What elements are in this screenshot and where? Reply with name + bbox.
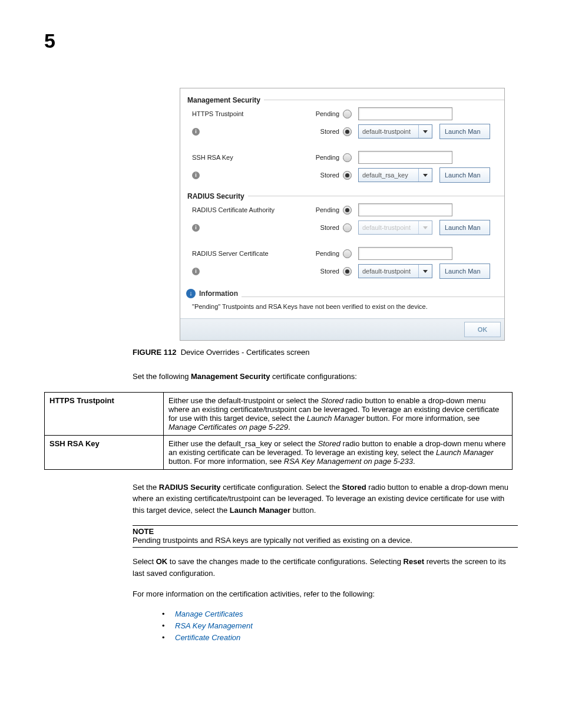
certificates-screenshot: Management Security HTTPS Trustpoint Pen… <box>180 88 505 341</box>
chevron-down-icon <box>418 265 432 278</box>
radius-ca-stored-radio[interactable] <box>343 223 352 232</box>
mgmt-security-heading: Management Security <box>180 88 260 106</box>
term-ssh-rsa-key: SSH RSA Key <box>45 435 164 469</box>
https-stored-radio[interactable] <box>343 127 352 136</box>
figure-caption: FIGURE 112 Device Overrides - Certificat… <box>133 348 518 357</box>
link-rsa-key-management[interactable]: RSA Key Management <box>175 621 253 630</box>
table-row: SSH RSA Key Either use the default_rsa_k… <box>45 435 513 469</box>
radius-server-cert-label: RADIUS Server Certificate <box>192 250 304 257</box>
https-stored-dropdown[interactable]: default-trustpoint <box>358 124 432 139</box>
ssh-rsa-key-label: SSH RSA Key <box>192 154 304 161</box>
bullet-list: •Manage Certificates •RSA Key Management… <box>162 610 518 642</box>
radius-ca-pending-input[interactable] <box>358 203 452 216</box>
link-certificate-creation[interactable]: Certificate Creation <box>175 633 240 642</box>
stored-label: Stored <box>304 224 343 231</box>
ssh-stored-radio[interactable] <box>343 171 352 180</box>
info-icon: i <box>192 268 200 275</box>
footer-bar: OK <box>180 318 504 340</box>
radius-ca-pending-radio[interactable] <box>343 206 352 215</box>
ok-button[interactable]: OK <box>464 322 501 337</box>
information-text: "Pending" Trustpoints and RSA Keys have … <box>180 299 504 318</box>
page-number: 5 <box>44 29 518 52</box>
ok-paragraph: Select OK to save the changes made to th… <box>133 556 518 579</box>
stored-label: Stored <box>304 172 343 179</box>
term-https-trustpoint: HTTPS Trustpoint <box>45 392 164 435</box>
radius-server-pending-radio[interactable] <box>343 249 352 258</box>
launch-manager-button[interactable]: Launch Man <box>439 220 490 235</box>
info-icon: i <box>192 172 200 179</box>
desc-ssh-rsa-key: Either use the default_rsa_key or select… <box>164 435 513 469</box>
list-item: •RSA Key Management <box>162 621 518 630</box>
stored-label: Stored <box>304 268 343 275</box>
ssh-stored-dropdown[interactable]: default_rsa_key <box>358 168 432 182</box>
chevron-down-icon <box>418 125 432 138</box>
more-info-paragraph: For more information on the certificatio… <box>133 588 518 600</box>
ssh-pending-input[interactable] <box>358 151 452 164</box>
radius-paragraph: Set the RADIUS Security certificate conf… <box>133 482 518 516</box>
table-row: HTTPS Trustpoint Either use the default-… <box>45 392 513 435</box>
information-heading: Information <box>199 289 238 298</box>
list-item: •Certificate Creation <box>162 633 518 642</box>
pending-label: Pending <box>304 154 343 161</box>
radius-server-stored-dropdown[interactable]: default-trustpoint <box>358 264 432 278</box>
radius-server-stored-radio[interactable] <box>343 267 352 276</box>
radius-ca-label: RADIUS Certificate Authority <box>192 206 304 213</box>
https-pending-radio[interactable] <box>343 110 352 118</box>
pending-label: Pending <box>304 206 343 213</box>
stored-label: Stored <box>304 128 343 135</box>
pending-label: Pending <box>304 110 343 117</box>
list-item: •Manage Certificates <box>162 610 518 618</box>
launch-manager-button[interactable]: Launch Man <box>439 167 490 183</box>
definition-table: HTTPS Trustpoint Either use the default-… <box>44 392 513 470</box>
https-trustpoint-label: HTTPS Trustpoint <box>192 110 304 117</box>
launch-manager-button[interactable]: Launch Man <box>439 263 490 279</box>
https-pending-input[interactable] <box>358 107 452 120</box>
note-title: NOTE <box>133 527 518 536</box>
info-icon: i <box>192 224 200 232</box>
chevron-down-icon <box>418 221 432 234</box>
radius-server-pending-input[interactable] <box>358 247 452 260</box>
radius-ca-stored-dropdown: default-trustpoint <box>358 220 432 235</box>
link-manage-certificates[interactable]: Manage Certificates <box>175 610 243 618</box>
radius-security-heading: RADIUS Security <box>180 185 244 202</box>
launch-manager-button[interactable]: Launch Man <box>439 124 490 139</box>
ssh-pending-radio[interactable] <box>343 153 352 162</box>
info-icon: i <box>192 128 200 136</box>
note-text: Pending trustpoints and RSA keys are typ… <box>133 536 518 545</box>
down-arrow-icon: ↓ <box>186 289 196 298</box>
chevron-down-icon <box>418 169 432 182</box>
note-block: NOTE Pending trustpoints and RSA keys ar… <box>133 525 518 548</box>
intro-paragraph: Set the following Management Security ce… <box>133 371 518 383</box>
pending-label: Pending <box>304 250 343 257</box>
desc-https-trustpoint: Either use the default-trustpoint or sel… <box>164 392 513 435</box>
